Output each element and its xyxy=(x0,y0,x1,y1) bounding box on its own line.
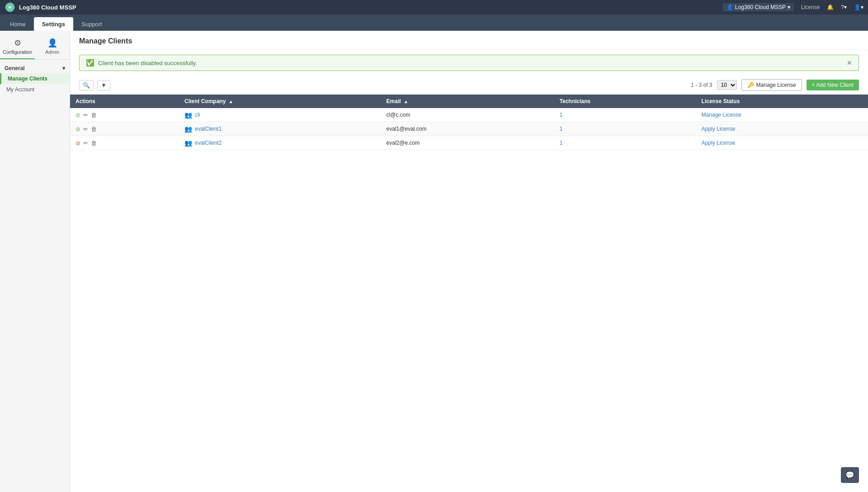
table-row: ⊘ ✏ 🗑 👥 evalClient2 eval2@e.com 1 xyxy=(70,136,868,150)
top-navigation: Log360 Cloud MSSP 👤 Log360 Cloud MSSP ▾ … xyxy=(0,0,868,14)
app-title: Log360 Cloud MSSP xyxy=(19,4,76,11)
technicians-link-3[interactable]: 1 xyxy=(560,140,563,146)
technicians-cell-2: 1 xyxy=(554,122,696,136)
col-license-status: License Status xyxy=(696,95,868,108)
client-company-link-3[interactable]: evalClient2 xyxy=(195,140,222,146)
content-area: Manage Clients ✅ Client has been disable… xyxy=(70,31,868,492)
chevron-icon: ▾ xyxy=(62,65,65,71)
enable-disable-icon-1[interactable]: ⊘ xyxy=(75,112,80,118)
tab-support[interactable]: Support xyxy=(73,17,110,31)
license-status-cell-1: Manage License xyxy=(696,108,868,122)
app-logo-area: Log360 Cloud MSSP xyxy=(5,2,76,13)
email-cell-3: eval2@e.com xyxy=(381,136,554,150)
sort-asc-icon: ▲ xyxy=(229,99,233,104)
delete-icon-2[interactable]: 🗑 xyxy=(91,126,97,132)
table-body: ⊘ ✏ 🗑 👥 cli cl@c.com 1 xyxy=(70,108,868,150)
sidebar-configuration[interactable]: ⚙ Configuration xyxy=(0,34,35,59)
license-status-link-3[interactable]: Apply License xyxy=(702,140,736,146)
app-logo-icon xyxy=(5,2,15,13)
client-company-cell-2: 👥 evalClient1 xyxy=(179,122,381,136)
sidebar-item-my-account[interactable]: My Account xyxy=(0,84,70,95)
notification-content: ✅ Client has been disabled successfully. xyxy=(86,59,197,67)
tab-bar: Home Settings Support xyxy=(0,14,868,31)
clients-table: Actions Client Company ▲ Email ▲ Technic… xyxy=(70,95,868,150)
per-page-select[interactable]: 10 25 50 xyxy=(717,80,737,90)
toolbar: 🔍 ▼ 1 - 3 of 3 10 25 50 🔑 Manage License… xyxy=(70,76,868,95)
sidebar-admin[interactable]: 👤 Admin xyxy=(35,34,70,59)
chat-button[interactable]: 💬 xyxy=(841,467,859,483)
actions-cell-2: ⊘ ✏ 🗑 xyxy=(70,122,179,136)
admin-label: Admin xyxy=(45,49,59,55)
user-icon: 👤 xyxy=(726,4,733,10)
technicians-cell-1: 1 xyxy=(554,108,696,122)
pagination-info: 1 - 3 of 3 xyxy=(691,82,712,88)
page-title: Manage Clients xyxy=(70,31,868,50)
client-company-cell-3: 👥 evalClient2 xyxy=(179,136,381,150)
add-new-client-button[interactable]: + Add New Client xyxy=(807,80,859,90)
top-nav-right: 👤 Log360 Cloud MSSP ▾ License 🔔 ?▾ 👤▾ xyxy=(723,3,863,11)
notification-message: Client has been disabled successfully. xyxy=(98,60,197,66)
mssp-switcher[interactable]: 👤 Log360 Cloud MSSP ▾ xyxy=(723,3,794,11)
delete-icon-1[interactable]: 🗑 xyxy=(91,112,97,118)
technicians-cell-3: 1 xyxy=(554,136,696,150)
help-icon[interactable]: ?▾ xyxy=(841,4,847,10)
license-link[interactable]: License xyxy=(801,4,820,10)
filter-button[interactable]: ▼ xyxy=(97,80,110,90)
admin-icon: 👤 xyxy=(47,38,57,48)
sort-email-icon: ▲ xyxy=(404,99,408,104)
action-icons-2: ⊘ ✏ 🗑 xyxy=(75,126,174,132)
client-company-cell-1: 👥 cli xyxy=(179,108,381,122)
chevron-down-icon: ▾ xyxy=(788,4,790,10)
search-button[interactable]: 🔍 xyxy=(79,80,94,90)
edit-icon-2[interactable]: ✏ xyxy=(83,126,88,132)
client-company-link-1[interactable]: cli xyxy=(195,112,200,118)
manage-license-button[interactable]: 🔑 Manage License xyxy=(741,79,802,91)
client-company-icon-1: 👥 xyxy=(184,111,192,118)
sidebar-section-general: General ▾ Manage Clients My Account xyxy=(0,60,70,99)
actions-cell-1: ⊘ ✏ 🗑 xyxy=(70,108,179,122)
sidebar: ⚙ Configuration 👤 Admin General ▾ Manage… xyxy=(0,31,70,492)
technicians-link-2[interactable]: 1 xyxy=(560,126,563,132)
col-client-company[interactable]: Client Company ▲ xyxy=(179,95,381,108)
license-status-link-1[interactable]: Manage License xyxy=(702,112,741,118)
license-status-cell-2: Apply License xyxy=(696,122,868,136)
delete-icon-3[interactable]: 🗑 xyxy=(91,140,97,147)
actions-cell-3: ⊘ ✏ 🗑 xyxy=(70,136,179,150)
client-company-link-2[interactable]: evalClient1 xyxy=(195,126,222,132)
notification-bar: ✅ Client has been disabled successfully.… xyxy=(79,55,859,71)
table-row: ⊘ ✏ 🗑 👥 evalClient1 eval1@eval.com 1 xyxy=(70,122,868,136)
enable-disable-icon-2[interactable]: ⊘ xyxy=(75,126,80,132)
toolbar-right: 1 - 3 of 3 10 25 50 🔑 Manage License + A… xyxy=(691,79,859,91)
email-cell-2: eval1@eval.com xyxy=(381,122,554,136)
main-layout: ⚙ Configuration 👤 Admin General ▾ Manage… xyxy=(0,31,868,492)
toolbar-left: 🔍 ▼ xyxy=(79,80,110,90)
sidebar-item-manage-clients[interactable]: Manage Clients xyxy=(0,73,70,84)
col-email[interactable]: Email ▲ xyxy=(381,95,554,108)
tab-home[interactable]: Home xyxy=(2,17,34,31)
edit-icon-3[interactable]: ✏ xyxy=(83,140,88,147)
table-row: ⊘ ✏ 🗑 👥 cli cl@c.com 1 xyxy=(70,108,868,122)
client-company-icon-2: 👥 xyxy=(184,125,192,132)
license-status-cell-3: Apply License xyxy=(696,136,868,150)
license-status-link-2[interactable]: Apply License xyxy=(702,126,736,132)
mssp-label: Log360 Cloud MSSP xyxy=(735,4,786,10)
sidebar-general-header[interactable]: General ▾ xyxy=(0,63,70,73)
action-icons-3: ⊘ ✏ 🗑 xyxy=(75,140,174,147)
notification-close-button[interactable]: ✕ xyxy=(847,59,852,66)
email-cell-1: cl@c.com xyxy=(381,108,554,122)
edit-icon-1[interactable]: ✏ xyxy=(83,112,88,118)
enable-disable-icon-3[interactable]: ⊘ xyxy=(75,140,80,147)
config-label: Configuration xyxy=(3,49,32,55)
check-icon: ✅ xyxy=(86,59,94,67)
sidebar-top-icons: ⚙ Configuration 👤 Admin xyxy=(0,34,70,60)
action-icons-1: ⊘ ✏ 🗑 xyxy=(75,112,174,118)
client-company-icon-3: 👥 xyxy=(184,139,192,147)
bell-icon[interactable]: 🔔 xyxy=(827,4,834,10)
table-header-row: Actions Client Company ▲ Email ▲ Technic… xyxy=(70,95,868,108)
sidebar-resize-handle[interactable] xyxy=(67,31,70,492)
tab-settings[interactable]: Settings xyxy=(34,17,73,31)
account-icon[interactable]: 👤▾ xyxy=(854,4,863,10)
col-technicians: Technicians xyxy=(554,95,696,108)
technicians-link-1[interactable]: 1 xyxy=(560,112,563,118)
license-icon: 🔑 xyxy=(747,82,754,88)
